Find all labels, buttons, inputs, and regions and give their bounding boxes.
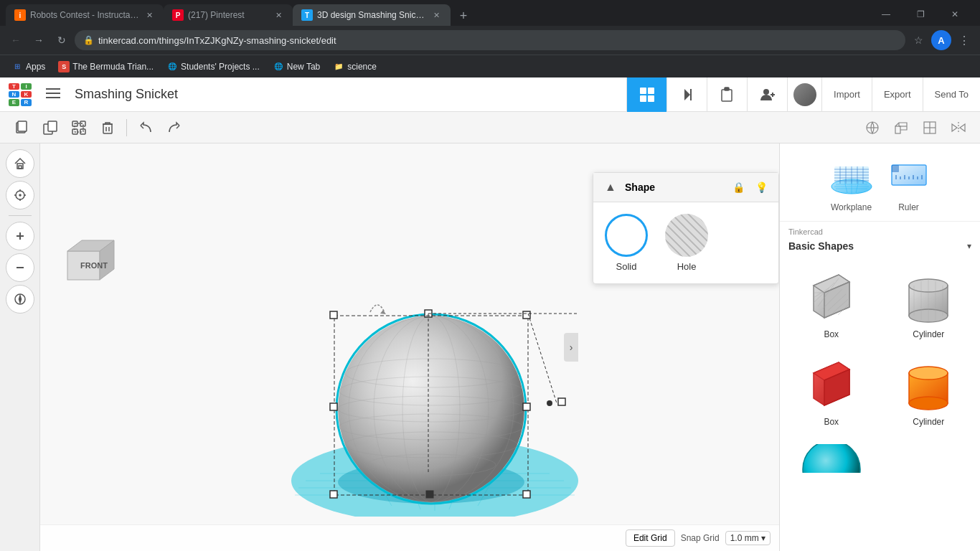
tab-2-close[interactable]: ✕ <box>273 9 284 21</box>
send-to-button[interactable]: Send To <box>923 77 980 112</box>
address-input[interactable]: 🔒 tinkercad.com/things/InTxZJKgNZy-smash… <box>75 30 905 50</box>
shape-card-box-red[interactable]: Box <box>786 351 877 433</box>
maximize-button[interactable]: ❐ <box>904 3 937 26</box>
tab-3-close[interactable]: ✕ <box>430 9 442 21</box>
back-button[interactable]: ← <box>6 30 26 50</box>
delete-button[interactable] <box>95 115 121 141</box>
newtab-label: New Tab <box>287 62 320 72</box>
address-bar: ← → ↻ 🔒 tinkercad.com/things/InTxZJKgNZy… <box>0 26 980 55</box>
address-text: tinkercad.com/things/InTxZJKgNZy-smashin… <box>98 35 897 46</box>
panel-collapse-handle[interactable]: › <box>564 333 578 362</box>
clipboard-button[interactable] <box>707 77 747 112</box>
tab-1-favicon: i <box>14 9 26 21</box>
svg-rect-77 <box>523 311 530 319</box>
shapes-grid: Box <box>780 258 980 484</box>
edit-grid-button[interactable]: Edit Grid <box>626 529 675 547</box>
zoom-out-button[interactable] <box>6 253 34 282</box>
sidebar-separator <box>9 215 32 216</box>
bookmark-star-icon[interactable]: ☆ <box>908 30 928 50</box>
duplicate-button[interactable] <box>37 115 63 141</box>
bookmark-science[interactable]: 📁 science <box>327 60 382 74</box>
shape-light-icon[interactable]: 💡 <box>753 179 770 196</box>
tab-2[interactable]: P (217) Pinterest ✕ <box>164 4 293 26</box>
home-button[interactable] <box>6 149 34 178</box>
tab-1-close[interactable]: ✕ <box>143 9 155 21</box>
target-button[interactable] <box>6 181 34 209</box>
viewport[interactable]: FRONT <box>40 143 779 551</box>
menu-icon[interactable] <box>40 86 66 103</box>
main-content: FRONT <box>0 143 980 551</box>
ruler-icon <box>886 152 932 198</box>
svg-rect-81 <box>330 403 337 410</box>
logo-cell-n: N <box>9 91 19 98</box>
shape-solid-option[interactable]: Solid <box>605 214 648 272</box>
shape-card-cylinder-orange[interactable]: Cylinder <box>883 351 975 433</box>
svg-rect-113 <box>892 165 899 172</box>
svg-text:FRONT: FRONT <box>80 261 108 270</box>
bookmark-students[interactable]: 🌐 Students' Projects ... <box>161 60 265 74</box>
svg-rect-82 <box>523 403 530 410</box>
build-button[interactable] <box>666 77 707 112</box>
shape-card-box-gray[interactable]: Box <box>786 263 877 345</box>
ruler-label: Ruler <box>898 202 919 212</box>
toolbar <box>0 112 980 143</box>
shapes-dropdown-arrow[interactable]: ▾ <box>967 241 971 251</box>
shapes-dropdown[interactable]: Basic Shapes ▾ <box>780 237 980 258</box>
shape-solid-label: Solid <box>616 261 637 272</box>
snap-grid-value[interactable]: 1.0 mm ▾ <box>725 531 771 545</box>
bookmark-bermuda[interactable]: S The Bermuda Trian... <box>52 60 159 74</box>
svg-point-62 <box>338 316 524 502</box>
view-orientation-button[interactable] <box>859 115 885 141</box>
zoom-in-button[interactable] <box>6 222 34 250</box>
menu-button[interactable]: ⋮ <box>954 30 974 50</box>
minimize-button[interactable]: — <box>870 3 903 26</box>
view-3d-button[interactable] <box>626 77 666 112</box>
new-tab-button[interactable]: + <box>453 6 473 26</box>
sphere-blue-image <box>796 444 867 473</box>
view-grid-button[interactable] <box>917 115 943 141</box>
shape-lock-icon[interactable]: 🔒 <box>730 179 747 196</box>
students-label: Students' Projects ... <box>181 62 260 72</box>
close-button[interactable]: ✕ <box>938 3 971 26</box>
forward-button[interactable]: → <box>29 30 49 50</box>
svg-point-10 <box>763 89 769 95</box>
refresh-button[interactable]: ↻ <box>52 30 72 50</box>
box-gray-label: Box <box>824 329 839 339</box>
view-reset-button[interactable] <box>888 115 914 141</box>
profile-circle[interactable]: A <box>931 30 951 50</box>
shape-panel: ▲ Shape 🔒 💡 Solid Hole <box>593 172 779 284</box>
bermuda-favicon: S <box>58 61 70 72</box>
compass-button[interactable] <box>6 285 34 314</box>
tab-2-title: (217) Pinterest <box>188 10 268 20</box>
tinkercad-label: Tinkercad <box>788 227 823 236</box>
import-button[interactable]: Import <box>822 77 872 112</box>
redo-button[interactable] <box>161 115 187 141</box>
user-avatar-button[interactable] <box>787 77 821 112</box>
cylinder-gray-label: Cylinder <box>913 329 944 339</box>
svg-rect-86 <box>558 398 565 405</box>
shape-collapse-button[interactable]: ▲ <box>602 179 619 196</box>
workplane-tool[interactable]: Workplane <box>829 152 875 212</box>
view-mirror-button[interactable] <box>946 115 971 141</box>
shape-hole-option[interactable]: Hole <box>665 214 708 272</box>
shape-card-sphere-blue[interactable] <box>786 438 877 479</box>
undo-button[interactable] <box>133 115 159 141</box>
view-tools <box>859 115 971 141</box>
add-user-button[interactable] <box>747 77 787 112</box>
shape-card-cylinder-gray[interactable]: Cylinder <box>883 263 975 345</box>
view-cube[interactable]: FRONT <box>60 237 118 297</box>
ruler-tool[interactable]: Ruler <box>886 152 932 212</box>
window-controls: — ❐ ✕ <box>870 3 974 26</box>
group-button[interactable] <box>66 115 92 141</box>
tab-1[interactable]: i Robots Contest - Instructables ✕ <box>6 4 164 26</box>
bookmark-apps[interactable]: ⊞ Apps <box>6 60 51 74</box>
shape-title: Shape <box>619 182 730 193</box>
export-button[interactable]: Export <box>872 77 923 112</box>
bookmark-newtab[interactable]: 🌐 New Tab <box>267 60 326 74</box>
tinkercad-logo[interactable]: T I N K E R <box>0 83 40 106</box>
snap-grid-label: Snap Grid <box>681 533 720 543</box>
copy-button[interactable] <box>9 115 34 141</box>
svg-point-37 <box>19 194 21 196</box>
workplane-icon <box>829 152 875 198</box>
tab-3[interactable]: T 3D design Smashing Snicket | Tin... ✕ <box>293 4 451 26</box>
